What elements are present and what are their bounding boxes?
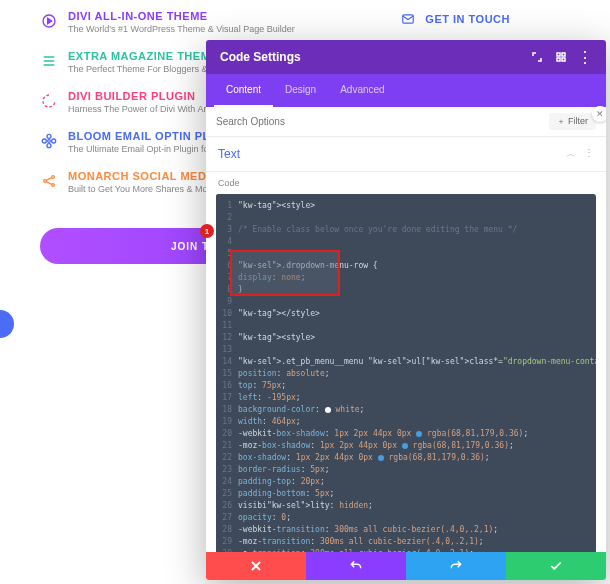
- flower-icon: [40, 132, 58, 150]
- modal-tabs: ContentDesignAdvanced: [206, 74, 606, 107]
- modal-action-bar: [206, 552, 606, 580]
- list-icon: [40, 52, 58, 70]
- search-row: ＋ Filter: [206, 107, 606, 137]
- modal-header: Code Settings ⋮: [206, 40, 606, 74]
- chevron-up-icon[interactable]: ︿: [566, 147, 576, 161]
- save-button[interactable]: [506, 552, 606, 580]
- get-in-touch-label: GET IN TOUCH: [425, 13, 510, 25]
- tab-content[interactable]: Content: [214, 74, 273, 107]
- code-gutter: 1234567891011121314151617181920212223242…: [216, 194, 236, 580]
- close-modal-icon[interactable]: ✕: [592, 106, 606, 122]
- text-section-header[interactable]: Text ︿ ⋮: [206, 137, 606, 172]
- share-icon: [40, 172, 58, 190]
- section-title: Text: [218, 147, 240, 161]
- filter-button[interactable]: ＋ Filter: [549, 113, 596, 130]
- filter-label: Filter: [568, 116, 588, 126]
- redo-button[interactable]: [406, 552, 506, 580]
- code-editor[interactable]: 1234567891011121314151617181920212223242…: [216, 194, 596, 580]
- svg-point-6: [44, 180, 47, 183]
- search-input[interactable]: [216, 116, 549, 127]
- plugin-desc: The World's #1 WordPress Theme & Visual …: [68, 24, 295, 34]
- plugin-title: DIVI ALL-IN-ONE THEME: [68, 10, 295, 22]
- annotation-badge-1: 1: [200, 224, 214, 238]
- svg-point-7: [52, 176, 55, 179]
- svg-point-3: [47, 144, 51, 148]
- svg-rect-11: [562, 53, 565, 56]
- tab-advanced[interactable]: Advanced: [328, 74, 396, 107]
- section-more-icon[interactable]: ⋮: [584, 147, 594, 161]
- grid-icon[interactable]: [554, 50, 568, 64]
- code-settings-modal: ✕ Code Settings ⋮ ContentDesignAdvanced …: [206, 40, 606, 580]
- modal-title: Code Settings: [220, 50, 301, 64]
- svg-rect-12: [557, 58, 560, 61]
- code-field-label: Code: [206, 172, 606, 190]
- svg-rect-13: [562, 58, 565, 61]
- cancel-button[interactable]: [206, 552, 306, 580]
- side-handle[interactable]: [0, 310, 14, 338]
- plugin-item[interactable]: DIVI ALL-IN-ONE THEME The World's #1 Wor…: [40, 10, 370, 34]
- svg-rect-10: [557, 53, 560, 56]
- plugin-text: DIVI ALL-IN-ONE THEME The World's #1 Wor…: [68, 10, 295, 34]
- undo-button[interactable]: [306, 552, 406, 580]
- svg-point-5: [52, 139, 56, 143]
- mail-icon: [401, 12, 415, 26]
- svg-point-1: [48, 140, 51, 143]
- more-icon[interactable]: ⋮: [578, 50, 592, 64]
- play-circle-icon: [40, 12, 58, 30]
- svg-point-4: [42, 139, 46, 143]
- svg-point-8: [52, 184, 55, 187]
- code-content: "kw-tag"><style> /* Enable class below o…: [238, 200, 592, 580]
- get-in-touch-link[interactable]: GET IN TOUCH: [401, 12, 510, 26]
- tab-design[interactable]: Design: [273, 74, 328, 107]
- expand-icon[interactable]: [530, 50, 544, 64]
- svg-point-2: [47, 134, 51, 138]
- loader-icon: [40, 92, 58, 110]
